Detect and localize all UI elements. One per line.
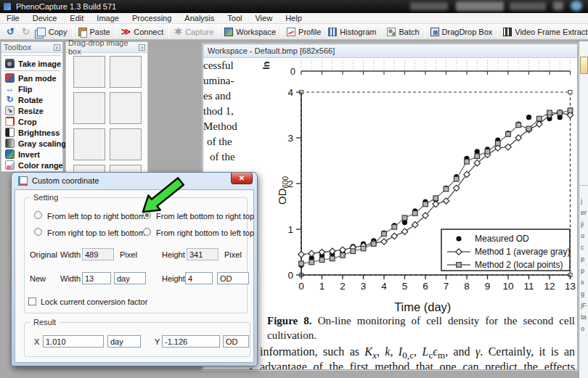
dragdrop-panel-close-icon[interactable]: x [139, 44, 145, 51]
side-panel-button[interactable] [580, 57, 588, 74]
app-title-bar[interactable]: PhenoCapture 1.3 Build 571 [0, 0, 588, 13]
menu-processing[interactable]: Processing [126, 14, 178, 22]
new-height-field[interactable] [185, 272, 213, 284]
radio-left-top-to-right-bottom[interactable] [34, 211, 42, 219]
copy-button[interactable]: Copy [33, 26, 71, 38]
paste-icon [78, 28, 87, 36]
menu-file[interactable]: File [0, 14, 26, 22]
toolbar-separator [73, 26, 73, 38]
toolbar-separator [425, 26, 425, 38]
workspace-button[interactable]: Workspace [221, 26, 279, 38]
radio-label[interactable]: From left top to right bottom [47, 212, 145, 221]
original-height-unit: Pixel [224, 250, 242, 259]
toolbox-item-take-image[interactable]: Take image [5, 59, 61, 68]
drop-slot[interactable] [73, 92, 105, 124]
svg-text:1: 1 [287, 224, 293, 235]
batch-button[interactable]: Batch [383, 26, 422, 38]
toolbox-item-flip[interactable]: Flip [5, 84, 33, 94]
profile-button[interactable]: Profile [283, 26, 324, 38]
video-frame-extraction-button[interactable]: Video Frame Extraction [499, 26, 588, 38]
svg-text:8: 8 [464, 281, 470, 292]
titlebar-blurred-region [553, 1, 563, 10]
lock-conversion-checkbox[interactable] [28, 297, 36, 305]
svg-text:0: 0 [287, 270, 293, 281]
toolbox-item-color-range[interactable]: Color range [5, 160, 63, 170]
custom-coordinate-dialog: Custom coordinate ✕ Setting From left to… [11, 172, 258, 366]
original-height-label: Height [162, 250, 185, 259]
custom-coordinate-icon [18, 176, 28, 186]
svg-text:0: 0 [290, 66, 295, 77]
toolbox-close-icon[interactable]: x [54, 44, 60, 51]
workspace-title-bar[interactable]: Workspace - Default.bmp [682x566] [203, 44, 577, 58]
redo-button[interactable] [18, 25, 33, 38]
drop-slot[interactable] [73, 56, 105, 88]
new-height-label: Height [162, 274, 185, 283]
drop-slot[interactable] [73, 128, 105, 160]
svg-text:Method 1 (average gray): Method 1 (average gray) [475, 247, 570, 257]
menu-device[interactable]: Device [26, 14, 64, 22]
original-width-label: Width [60, 250, 81, 259]
toolbox-item-brightness[interactable]: Brightness [5, 128, 60, 137]
radio-label[interactable]: From right bottom to left top [156, 229, 254, 237]
svg-text:6: 6 [422, 281, 428, 292]
undo-button[interactable] [3, 25, 18, 38]
connect-button[interactable]: Connect [118, 25, 168, 38]
connect-icon [121, 27, 131, 36]
toolbox-item-gray-scaling[interactable]: Gray scaling [5, 139, 66, 148]
brightness-icon [5, 128, 15, 137]
paper-body-line: advantage of the first method that one c… [260, 361, 575, 369]
result-x-field[interactable] [43, 335, 104, 348]
titlebar-blurred-region [456, 1, 504, 11]
side-panel-clipped: jerjiocppsgjFtao [579, 41, 588, 378]
toolbox-item-rotate[interactable]: Rotate [5, 95, 43, 104]
dialog-close-button[interactable]: ✕ [231, 173, 253, 184]
result-y-unit-field[interactable] [223, 335, 249, 348]
result-y-field[interactable] [162, 335, 220, 348]
original-width-unit: Pixel [120, 250, 137, 259]
menu-tool[interactable]: Tool [221, 14, 248, 22]
figure-8-chart[interactable]: 0ln01234012345678910111213Time (day)OD60… [261, 59, 576, 315]
workspace-icon [224, 28, 233, 36]
toolbar-separator [168, 26, 169, 38]
menu-edit[interactable]: Edit [63, 14, 90, 22]
menu-analysis[interactable]: Analysis [178, 14, 221, 22]
radio-right-bottom-to-left-top[interactable] [143, 228, 151, 236]
video-frame-icon [503, 28, 512, 36]
radio-label[interactable]: From right top to left bottom [47, 229, 145, 237]
capture-icon [174, 27, 182, 36]
new-height-unit-field[interactable] [217, 272, 249, 284]
radio-right-top-to-left-bottom[interactable] [34, 228, 42, 236]
side-panel-list: jerjiocppsgjFtao [581, 195, 588, 334]
titlebar-blurred-region [510, 2, 546, 10]
menu-image[interactable]: Image [90, 14, 126, 22]
menu-view[interactable]: View [248, 14, 279, 22]
dragdrop-box-button[interactable]: DragDrop Box [427, 26, 497, 38]
toolbox-item-crop[interactable]: Crop [5, 117, 37, 126]
lock-conversion-label[interactable]: Lock current conversion factor [41, 297, 147, 306]
result-x-unit-field[interactable] [107, 335, 141, 348]
drop-slot[interactable] [110, 92, 142, 124]
profile-icon [287, 28, 295, 36]
histogram-button[interactable]: Histogram [324, 26, 380, 38]
toolbox-item-pan-mode[interactable]: Pan mode [5, 73, 57, 83]
toolbox-item-invert[interactable]: Invert [5, 149, 40, 159]
svg-text:4: 4 [381, 281, 387, 292]
original-width-field[interactable] [82, 248, 114, 260]
new-width-unit-field[interactable] [114, 272, 146, 284]
toolbox-item-resize[interactable]: Resize [5, 106, 44, 115]
svg-text:10: 10 [502, 281, 513, 292]
new-label: New [30, 274, 46, 283]
svg-text:OD600: OD600 [276, 176, 290, 205]
dragdrop-panel-title: Drag-drop image box [68, 38, 139, 56]
paste-button[interactable]: Paste [75, 26, 114, 38]
paper-text-fragment: cessful [203, 59, 234, 72]
paper-text-fragment: umina- [203, 75, 234, 87]
drop-slot[interactable] [110, 56, 142, 88]
svg-text:12: 12 [544, 281, 555, 292]
drop-slot[interactable] [110, 128, 142, 160]
original-height-field[interactable] [187, 248, 219, 260]
menu-help[interactable]: Help [279, 14, 309, 22]
paper-text-fragment: of the [203, 151, 235, 163]
new-width-field[interactable] [82, 272, 111, 284]
workspace-image-canvas[interactable]: cessful umina- es and thod 1, Method of … [203, 58, 577, 369]
